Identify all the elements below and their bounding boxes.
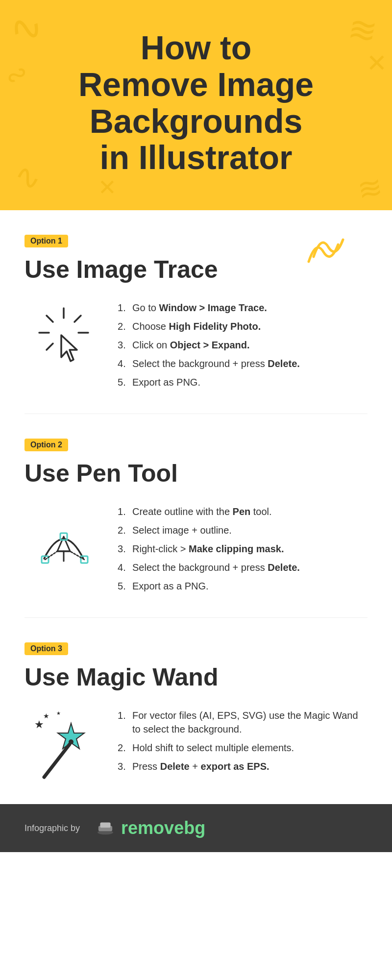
step-item: Select the background + press Delete. — [118, 357, 368, 370]
footer-logo: removebg — [95, 818, 205, 838]
step-item: Select the background + press Delete. — [118, 561, 368, 574]
option2-title: Use Pen Tool — [24, 459, 368, 488]
option1-steps: Go to Window > Image Trace. Choose High … — [118, 298, 368, 394]
svg-line-4 — [74, 316, 81, 322]
option2-body: Create outline with the Pen tool. Select… — [24, 502, 368, 598]
footer-brand-accent: bg — [184, 818, 205, 838]
step-item: Export as PNG. — [118, 375, 368, 389]
option3-title: Use Magic Wand — [24, 663, 368, 691]
section-option1: Option 1 Use Image Trace — [24, 210, 368, 414]
option3-steps: For vector files (AI, EPS, SVG) use the … — [118, 706, 368, 778]
svg-line-17 — [44, 744, 70, 777]
image-trace-icon — [34, 303, 93, 372]
decorative-squiggle-option1 — [304, 225, 348, 269]
option2-steps: Create outline with the Pen tool. Select… — [118, 502, 368, 598]
svg-rect-21 — [100, 823, 110, 828]
deco-symbol-bm: ✕ — [98, 174, 117, 200]
magic-wand-icon: ★ ★ ★ — [29, 706, 98, 784]
section-option2: Option 2 Use Pen Tool — [24, 414, 368, 618]
svg-line-1 — [47, 316, 53, 322]
option2-icon-area — [24, 502, 103, 581]
removebg-logo-icon — [95, 821, 116, 835]
footer-brand-main: remove — [121, 818, 184, 838]
svg-text:★: ★ — [43, 712, 49, 720]
footer-brand-name: removebg — [121, 818, 205, 838]
option1-badge: Option 1 — [24, 235, 68, 247]
content-area: Option 1 Use Image Trace — [0, 210, 392, 804]
step-item: Click on Object > Expand. — [118, 338, 368, 352]
header-section: ∿ ≋ ∾ ✕ ∿ ≋ ✕ How to Remove Image Backgr… — [0, 0, 392, 210]
svg-point-18 — [69, 739, 74, 744]
svg-line-3 — [47, 343, 53, 350]
step-item: Hold shift to select multiple elements. — [118, 741, 368, 755]
option1-body: Go to Window > Image Trace. Choose High … — [24, 298, 368, 394]
option1-icon-area — [24, 298, 103, 377]
option3-icon-area: ★ ★ ★ — [24, 706, 103, 784]
footer-label: Infographic by — [24, 823, 80, 833]
svg-text:★: ★ — [34, 718, 44, 731]
option3-body: ★ ★ ★ For vector files (AI, EPS, SVG) us… — [24, 706, 368, 784]
step-item: Right-click > Make clipping mask. — [118, 542, 368, 556]
step-item: Go to Window > Image Trace. — [118, 301, 368, 315]
step-item: Choose High Fidelity Photo. — [118, 319, 368, 333]
step-item: Create outline with the Pen tool. — [118, 505, 368, 518]
pen-tool-icon — [32, 505, 96, 578]
step-item: Press Delete + export as EPS. — [118, 760, 368, 773]
step-item: For vector files (AI, EPS, SVG) use the … — [118, 709, 368, 736]
header-title: How to Remove Image Backgrounds in Illus… — [20, 29, 372, 176]
step-item: Export as a PNG. — [118, 579, 368, 593]
section-option3: Option 3 Use Magic Wand ★ ★ ★ — [24, 618, 368, 804]
option2-badge: Option 2 — [24, 439, 68, 451]
svg-text:★: ★ — [56, 710, 61, 716]
step-item: Select image + outline. — [118, 523, 368, 537]
option3-badge: Option 3 — [24, 642, 68, 655]
footer-section: Infographic by removebg — [0, 804, 392, 852]
